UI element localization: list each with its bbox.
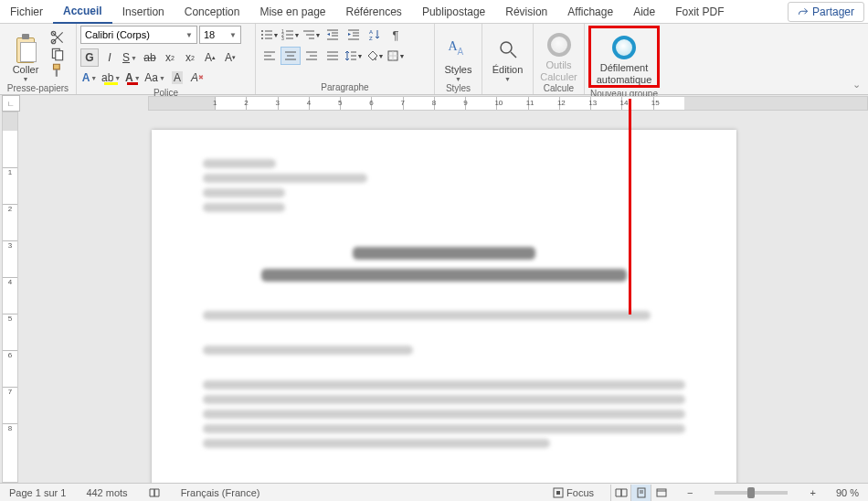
sort-button[interactable]: AZ <box>365 26 385 44</box>
group-label-styles: Styles <box>439 82 478 95</box>
annotation-red-line <box>629 99 631 314</box>
justify-button[interactable] <box>323 47 343 65</box>
format-painter-button[interactable] <box>49 63 66 78</box>
vertical-ruler[interactable]: 12345678 <box>2 112 18 483</box>
view-buttons <box>610 485 671 501</box>
scissors-icon <box>49 29 66 46</box>
brush-icon <box>49 62 66 79</box>
svg-line-48 <box>511 52 516 58</box>
text-effects-button[interactable]: A▼ <box>80 69 99 87</box>
outdent-icon <box>326 28 339 41</box>
ring-icon <box>547 33 571 57</box>
decrease-indent-button[interactable] <box>323 26 343 44</box>
ribbon-tabs: Fichier Accueil Insertion Conception Mis… <box>0 0 868 24</box>
focus-icon <box>553 487 564 498</box>
shading-button[interactable]: ▼ <box>365 47 385 65</box>
numbering-button[interactable]: 123▼ <box>281 26 301 44</box>
font-color-button[interactable]: A▼ <box>123 69 142 87</box>
word-count[interactable]: 442 mots <box>82 485 131 501</box>
change-case-button[interactable]: Aa▼ <box>143 69 166 87</box>
tab-accueil[interactable]: Accueil <box>53 0 112 24</box>
paint-bucket-icon <box>365 49 378 62</box>
clear-formatting-button[interactable]: A✖ <box>188 69 206 87</box>
numbering-icon: 123 <box>281 28 294 41</box>
tab-affichage[interactable]: Affichage <box>557 0 623 24</box>
horizontal-ruler[interactable]: 123456789101112131415 <box>22 96 868 111</box>
horizontal-ruler-area: ∟ 123456789101112131415 <box>0 95 868 112</box>
copy-icon <box>49 46 66 62</box>
ring-icon <box>612 36 636 59</box>
zoom-slider[interactable] <box>715 491 788 495</box>
document-page[interactable] <box>152 130 736 483</box>
line-spacing-button[interactable]: ▼ <box>344 47 364 65</box>
tab-references[interactable]: Références <box>336 0 412 24</box>
group-label-clipboard: Presse-papiers <box>4 82 72 95</box>
strikethrough-button[interactable]: ab <box>141 48 159 67</box>
tab-foxitpdf[interactable]: Foxit PDF <box>665 0 734 24</box>
bold-button[interactable]: G <box>80 48 99 67</box>
subscript-button[interactable]: x2 <box>161 48 179 67</box>
calc-label1: Outils <box>545 59 571 70</box>
borders-button[interactable]: ▼ <box>386 47 406 65</box>
tab-selector[interactable]: ∟ <box>2 95 20 112</box>
shrink-font-button[interactable]: A▾ <box>221 48 239 67</box>
copy-button[interactable] <box>49 47 66 61</box>
tab-aide[interactable]: Aide <box>623 0 665 24</box>
page-count[interactable]: Page 1 sur 1 <box>5 485 69 501</box>
highlight-button[interactable]: ab▼ <box>101 69 122 87</box>
chevron-down-icon: ▼ <box>185 31 193 39</box>
collapse-ribbon-button[interactable]: ⌄ <box>852 79 861 91</box>
document-area[interactable]: 12345678 <box>0 112 868 483</box>
tab-miseenpage[interactable]: Mise en page <box>249 0 335 24</box>
spellcheck-button[interactable] <box>144 485 164 501</box>
cut-button[interactable] <box>49 30 66 45</box>
styles-button[interactable]: AA Styles ▼ <box>439 26 478 82</box>
align-left-button[interactable] <box>259 47 280 65</box>
font-name-combo[interactable]: Calibri (Corps)▼ <box>80 26 197 44</box>
language-button[interactable]: Français (France) <box>177 485 264 501</box>
tab-fichier[interactable]: Fichier <box>0 0 53 24</box>
ribbon: Coller ▼ Presse-papiers Calibri (Corps)▼… <box>0 24 868 95</box>
font-size-combo[interactable]: 18▼ <box>199 26 241 44</box>
svg-text:3: 3 <box>281 36 284 41</box>
styles-label: Styles <box>445 64 472 75</box>
zoom-out-button[interactable]: − <box>683 485 696 501</box>
editing-button[interactable]: Édition ▼ <box>486 26 529 82</box>
editing-label: Édition <box>492 64 524 75</box>
svg-point-47 <box>501 42 512 53</box>
multilevel-list-button[interactable]: ▼ <box>302 26 322 44</box>
page-icon <box>636 487 647 498</box>
tab-insertion[interactable]: Insertion <box>112 0 175 24</box>
tab-conception[interactable]: Conception <box>175 0 250 24</box>
italic-button[interactable]: I <box>101 48 119 67</box>
share-button[interactable]: Partager <box>788 2 864 22</box>
paste-button[interactable]: Coller ▼ <box>4 26 48 82</box>
underline-button[interactable]: S▼ <box>121 48 139 67</box>
svg-point-8 <box>261 37 263 39</box>
autoscroll-button[interactable]: Défilement automatique <box>591 28 657 85</box>
search-icon <box>497 38 519 60</box>
autoscroll-highlight-box: Défilement automatique <box>588 26 660 88</box>
zoom-thumb[interactable] <box>747 487 755 498</box>
web-layout-button[interactable] <box>651 485 671 501</box>
read-mode-button[interactable] <box>610 485 630 501</box>
autoscroll-label2: automatique <box>597 74 652 85</box>
show-marks-button[interactable]: ¶ <box>386 26 406 44</box>
tab-revision[interactable]: Révision <box>495 0 557 24</box>
focus-mode-button[interactable]: Focus <box>549 485 598 501</box>
zoom-percent[interactable]: 90 % <box>832 485 863 501</box>
increase-indent-button[interactable] <box>344 26 364 44</box>
bullets-button[interactable]: ▼ <box>259 26 280 44</box>
char-shading-button[interactable]: A <box>168 69 186 87</box>
tab-publipostage[interactable]: Publipostage <box>412 0 495 24</box>
share-label: Partager <box>812 5 854 18</box>
align-center-button[interactable] <box>281 47 301 65</box>
print-layout-button[interactable] <box>630 485 651 501</box>
align-right-button[interactable] <box>302 47 322 65</box>
superscript-button[interactable]: x2 <box>181 48 199 67</box>
svg-rect-54 <box>657 489 666 496</box>
svg-point-4 <box>261 30 263 32</box>
font-name-value: Calibri (Corps) <box>85 29 150 40</box>
zoom-in-button[interactable]: + <box>806 485 819 501</box>
grow-font-button[interactable]: A▴ <box>201 48 219 67</box>
